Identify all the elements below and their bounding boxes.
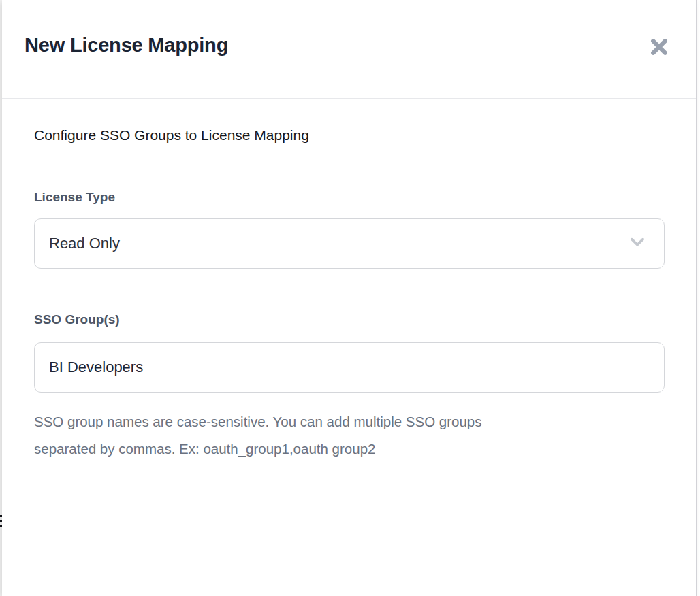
license-type-selected-value: Read Only xyxy=(49,235,120,252)
modal-header: New License Mapping xyxy=(2,0,696,99)
help-line-2: separated by commas. Ex: oauth_group1,oa… xyxy=(34,435,665,463)
modal-title: New License Mapping xyxy=(25,34,228,56)
license-type-select[interactable]: Read Only xyxy=(34,218,665,269)
sso-groups-label: SSO Group(s) xyxy=(34,312,665,327)
sso-groups-input[interactable] xyxy=(34,342,665,393)
new-license-mapping-modal: New License Mapping Configure SSO Groups… xyxy=(2,0,697,596)
modal-body: Configure SSO Groups to License Mapping … xyxy=(2,127,696,463)
sso-groups-help: SSO group names are case-sensitive. You … xyxy=(34,408,665,463)
help-line-1: SSO group names are case-sensitive. You … xyxy=(34,408,665,435)
config-heading: Configure SSO Groups to License Mapping xyxy=(34,127,665,144)
close-button[interactable] xyxy=(648,36,671,59)
license-type-label: License Type xyxy=(34,190,665,205)
chevron-down-icon xyxy=(627,232,648,255)
close-icon xyxy=(649,37,669,59)
